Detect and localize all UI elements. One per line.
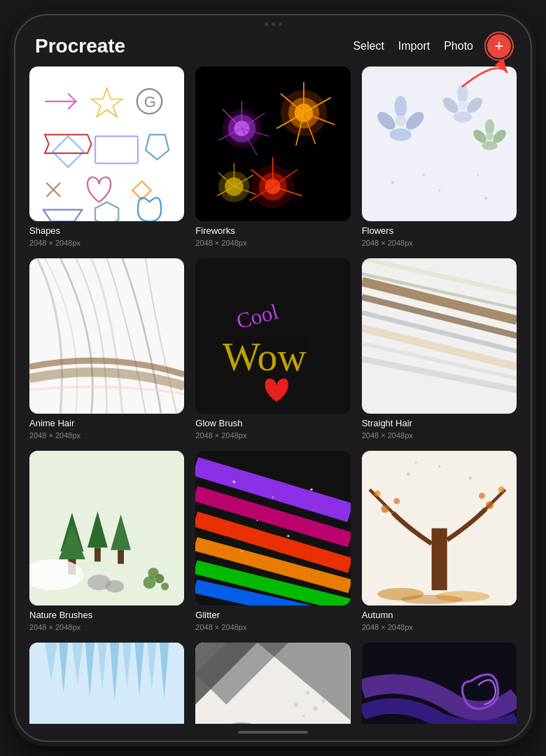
list-item[interactable]: Brick & Animal Print 2048 × 2048px [195,643,350,724]
svg-point-51 [389,129,411,141]
svg-point-105 [486,501,493,509]
thumbnail-shapes: G [29,66,184,221]
item-size: 2048 × 2048px [362,239,517,247]
svg-point-62 [458,101,467,110]
thumbnail-flowers [362,66,517,221]
svg-point-95 [272,496,274,498]
svg-point-107 [479,492,485,498]
svg-point-92 [148,568,158,578]
svg-point-106 [498,486,504,493]
item-size: 2048 × 2048px [29,623,184,631]
device-screen: Procreate Select Import Photo + [15,15,531,741]
photo-button[interactable]: Photo [444,40,473,52]
item-title: Straight Hair [362,418,517,428]
svg-marker-4 [52,136,83,167]
svg-point-102 [381,505,388,512]
header-actions: Select Import Photo + [353,34,511,58]
thumbnail-brick-animal-print [195,643,350,724]
thumbnail-winter-set [29,643,184,724]
svg-point-114 [414,461,416,463]
svg-point-94 [233,480,235,482]
add-button[interactable]: + [487,34,511,58]
list-item[interactable]: Anime Hair 2048 × 2048px [29,258,184,439]
svg-point-99 [241,550,243,552]
list-item[interactable]: Fireworks 2048 × 2048px [195,66,350,247]
app-title: Procreate [35,35,125,57]
svg-point-60 [453,111,472,122]
artwork-grid: G [29,66,517,724]
svg-point-96 [311,488,313,490]
svg-point-112 [438,465,440,467]
svg-text:Cool: Cool [234,299,281,333]
svg-point-50 [402,108,426,132]
svg-point-139 [321,699,326,703]
svg-point-89 [105,580,124,592]
list-item[interactable]: Cool Wow Glow Brush 2048 × 2048px [195,258,350,439]
item-title: Glow Brush [195,418,350,428]
svg-point-93 [161,582,169,590]
svg-point-75 [477,174,479,176]
svg-marker-9 [43,210,82,222]
item-title: Anime Hair [29,418,184,428]
svg-point-136 [306,691,310,695]
svg-marker-10 [95,202,118,222]
svg-point-113 [468,476,471,479]
list-item[interactable]: Winter Set 2048 × 2048px [29,643,184,724]
select-button[interactable]: Select [353,40,384,52]
item-title: Flowers [362,225,517,236]
list-item[interactable]: Autumn 2048 × 2048px [362,451,517,631]
svg-marker-8 [132,181,151,200]
plus-icon: + [495,38,504,54]
list-item[interactable]: Glitter 2048 × 2048px [195,451,350,631]
svg-text:Wow: Wow [223,335,307,379]
svg-point-76 [484,197,487,200]
list-item[interactable]: Straight Hair 2048 × 2048px [362,258,517,439]
svg-point-98 [287,535,289,537]
svg-point-58 [457,84,468,103]
header: Procreate Select Import Photo + [15,26,531,66]
svg-point-110 [400,594,463,603]
svg-point-53 [395,115,405,126]
list-item[interactable]: G [29,66,184,247]
item-size: 2048 × 2048px [195,431,350,440]
thumbnail-anime-hair [29,258,184,413]
thumbnail-autumn [362,451,517,606]
thumbnail-straight-hair [362,258,517,413]
svg-point-72 [422,174,425,176]
svg-point-71 [486,132,493,140]
thumbnail-nature-brushes [29,451,184,606]
home-indicator [238,731,308,734]
item-size: 2048 × 2048px [362,623,517,631]
item-size: 2048 × 2048px [195,623,350,631]
thumbnail-watercolor [362,643,517,724]
svg-marker-1 [92,88,122,117]
thumbnail-glitter [195,451,350,606]
list-item[interactable]: Watercolor 2048 × 2048px [362,643,517,724]
thumbnail-glow-brush: Cool Wow [195,258,350,413]
item-title: Fireworks [195,225,350,236]
camera-notch [15,15,531,26]
thumbnail-fireworks [195,66,350,221]
svg-point-52 [374,108,398,132]
item-size: 2048 × 2048px [29,431,184,440]
svg-point-103 [374,490,380,496]
item-size: 2048 × 2048px [29,239,184,247]
bottom-bar [15,724,531,741]
list-item[interactable]: Flowers 2048 × 2048px [362,66,517,247]
item-title: Autumn [362,610,517,620]
svg-point-137 [314,706,318,711]
svg-text:G: G [144,93,156,111]
svg-point-138 [302,715,305,718]
grid-container[interactable]: G [15,66,531,724]
import-button[interactable]: Import [398,40,430,52]
svg-rect-84 [94,547,101,561]
item-size: 2048 × 2048px [362,431,517,440]
item-title: Glitter [195,610,350,620]
svg-rect-101 [431,528,447,590]
svg-point-74 [391,181,394,184]
list-item[interactable]: Nature Brushes 2048 × 2048px [29,451,184,631]
item-title: Nature Brushes [29,610,184,620]
svg-point-73 [438,189,440,191]
svg-point-104 [393,498,400,504]
svg-rect-5 [95,136,138,164]
